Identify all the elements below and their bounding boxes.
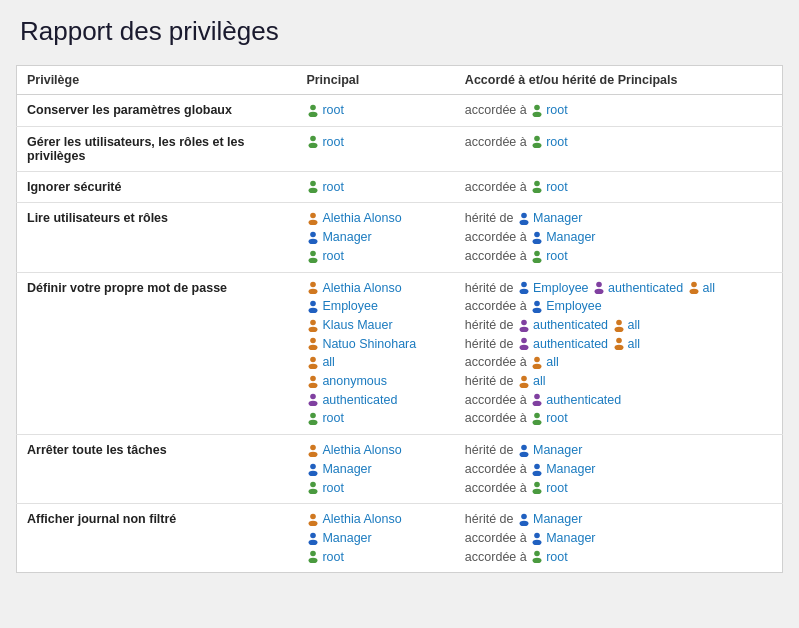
principal-link[interactable]: Klaus Mauer — [322, 318, 392, 332]
principal-link[interactable]: Employee — [322, 299, 378, 313]
principal-link[interactable]: Manager — [322, 462, 371, 476]
granted-link[interactable]: root — [546, 103, 568, 117]
svg-point-78 — [521, 514, 527, 520]
svg-point-39 — [519, 326, 528, 331]
granted-link[interactable]: root — [546, 180, 568, 194]
svg-point-19 — [533, 239, 542, 244]
svg-point-65 — [309, 452, 318, 457]
svg-point-16 — [311, 232, 317, 238]
principal-cell: root — [296, 172, 454, 203]
granted-cell: hérité de Manager — [455, 203, 783, 228]
principal-link[interactable]: Manager — [322, 531, 371, 545]
granted-cell: accordée à root — [455, 409, 783, 434]
granted-link[interactable]: all — [546, 355, 559, 369]
header-granted: Accordé à et/ou hérité de Principals — [455, 66, 783, 95]
principal-link[interactable]: root — [322, 180, 344, 194]
svg-point-87 — [533, 558, 542, 563]
granted-text: accordée à — [465, 103, 530, 117]
granted-link[interactable]: root — [546, 411, 568, 425]
principal-link[interactable]: root — [322, 135, 344, 149]
granted-link[interactable]: root — [546, 249, 568, 263]
granted-link[interactable]: authenticated — [546, 393, 621, 407]
principal-cell: root — [296, 95, 454, 127]
granted-link[interactable]: root — [546, 550, 568, 564]
principal-link[interactable]: root — [322, 103, 344, 117]
principal-link[interactable]: Alethia Alonso — [322, 512, 401, 526]
privilege-table: Privilège Principal Accordé à et/ou héri… — [16, 65, 783, 573]
principal-cell: Manager — [296, 460, 454, 479]
svg-point-22 — [534, 250, 540, 256]
granted-cell: hérité de Manager — [455, 435, 783, 460]
granted-link[interactable]: authenticated — [533, 337, 608, 351]
svg-point-49 — [309, 364, 318, 369]
granted-text: accordée à — [465, 249, 530, 263]
principal-link[interactable]: Manager — [322, 230, 371, 244]
granted-text: hérité de — [465, 318, 517, 332]
principal-link[interactable]: Alethia Alonso — [322, 443, 401, 457]
header-principal: Principal — [296, 66, 454, 95]
svg-point-14 — [521, 213, 527, 219]
svg-point-64 — [311, 445, 317, 451]
granted-link[interactable]: Manager — [533, 443, 582, 457]
granted-link[interactable]: Manager — [546, 230, 595, 244]
granted-link[interactable]: authenticated — [608, 281, 683, 295]
principal-link[interactable]: anonymous — [322, 374, 387, 388]
svg-point-59 — [533, 401, 542, 406]
svg-point-57 — [309, 401, 318, 406]
svg-point-81 — [309, 539, 318, 544]
principal-cell: Manager — [296, 529, 454, 548]
granted-link[interactable]: all — [628, 318, 641, 332]
page-title: Rapport des privilèges — [16, 16, 783, 47]
privilege-name: Définir votre propre mot de passe — [17, 273, 297, 435]
svg-point-83 — [533, 539, 542, 544]
principal-cell: all — [296, 353, 454, 372]
svg-point-18 — [534, 232, 540, 238]
granted-cell: accordée à all — [455, 353, 783, 372]
principal-cell: Alethia Alonso — [296, 435, 454, 460]
principal-link[interactable]: root — [322, 411, 344, 425]
svg-point-61 — [309, 420, 318, 425]
svg-point-54 — [521, 375, 527, 381]
svg-point-8 — [311, 181, 317, 187]
principal-link[interactable]: root — [322, 550, 344, 564]
granted-link[interactable]: Manager — [546, 462, 595, 476]
svg-point-36 — [311, 319, 317, 325]
granted-link[interactable]: Employee — [546, 299, 602, 313]
svg-point-53 — [309, 382, 318, 387]
principal-link[interactable]: authenticated — [322, 393, 397, 407]
granted-link[interactable]: Manager — [546, 531, 595, 545]
granted-link[interactable]: root — [546, 481, 568, 495]
granted-link[interactable]: Manager — [533, 211, 582, 225]
svg-point-62 — [534, 413, 540, 419]
granted-text: accordée à — [465, 550, 530, 564]
svg-point-26 — [521, 282, 527, 288]
svg-point-35 — [533, 308, 542, 313]
granted-link[interactable]: authenticated — [533, 318, 608, 332]
principal-link[interactable]: root — [322, 249, 344, 263]
svg-point-46 — [616, 338, 622, 344]
table-row: Gérer les utilisateurs, les rôles et les… — [17, 127, 783, 172]
granted-link[interactable]: root — [546, 135, 568, 149]
svg-point-55 — [519, 382, 528, 387]
granted-link[interactable]: Employee — [533, 281, 589, 295]
granted-text: accordée à — [465, 230, 530, 244]
granted-text: hérité de — [465, 374, 517, 388]
principal-link[interactable]: all — [322, 355, 335, 369]
granted-link[interactable]: all — [703, 281, 716, 295]
granted-link[interactable]: all — [628, 337, 641, 351]
granted-text: accordée à — [465, 135, 530, 149]
granted-link[interactable]: Manager — [533, 512, 582, 526]
svg-point-69 — [309, 470, 318, 475]
principal-link[interactable]: root — [322, 481, 344, 495]
svg-point-84 — [311, 551, 317, 557]
principal-link[interactable]: Natuo Shinohara — [322, 337, 416, 351]
principal-link[interactable]: Alethia Alonso — [322, 211, 401, 225]
granted-cell: hérité de authenticated all — [455, 335, 783, 354]
table-row: Ignorer sécurité root accordée à root — [17, 172, 783, 203]
granted-text: hérité de — [465, 211, 517, 225]
granted-link[interactable]: all — [533, 374, 546, 388]
principal-link[interactable]: Alethia Alonso — [322, 281, 401, 295]
svg-point-76 — [311, 514, 317, 520]
table-row: Définir votre propre mot de passe Alethi… — [17, 273, 783, 298]
privilege-name: Afficher journal non filtré — [17, 504, 297, 573]
